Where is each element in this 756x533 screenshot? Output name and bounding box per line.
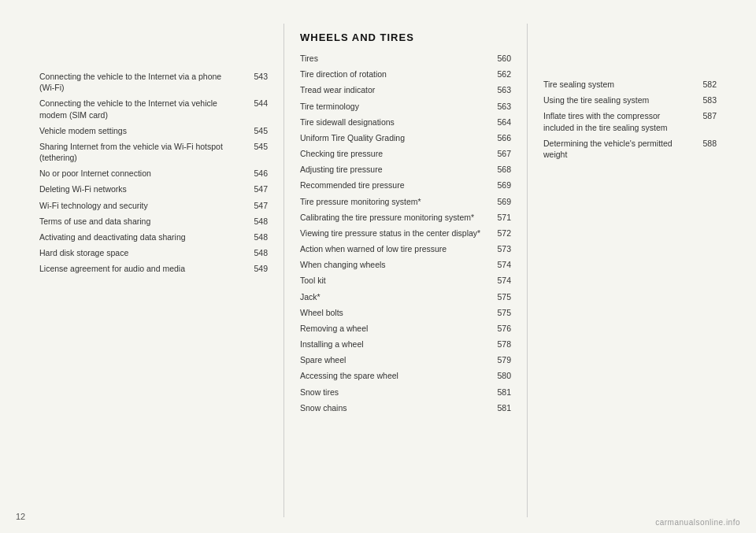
entry-text: Determining the vehicle's permitted weig… (543, 138, 693, 160)
list-item: Connecting the vehicle to the Internet v… (39, 71, 268, 93)
page-num: 563 (487, 101, 511, 112)
entry-text: Action when warned of low tire pressure (300, 243, 487, 254)
entry-text: Inflate tires with the compressor includ… (543, 110, 693, 132)
page-num: 564 (487, 117, 511, 128)
entry-text: Connecting the vehicle to the Internet v… (39, 98, 244, 120)
list-item: Removing a wheel 576 (300, 323, 511, 334)
list-item: Vehicle modem settings 545 (39, 125, 268, 136)
entry-text: Tire sealing system (543, 79, 693, 90)
list-item: Recommended tire pressure 569 (300, 180, 511, 191)
entry-text: Checking tire pressure (300, 148, 487, 159)
list-item: Checking tire pressure 567 (300, 148, 511, 159)
page-num: 582 (693, 79, 717, 90)
page-num: 548 (244, 247, 268, 258)
page-num: 543 (244, 71, 268, 82)
entry-text: Uniform Tire Quality Grading (300, 132, 487, 143)
page-num: 574 (487, 259, 511, 270)
list-item: Viewing tire pressure status in the cent… (300, 228, 511, 239)
list-item: Wi-Fi technology and security 547 (39, 200, 268, 211)
page-num: 547 (244, 200, 268, 211)
list-item: Snow chains 581 (300, 402, 511, 413)
page-num: 563 (487, 84, 511, 95)
page-num: 574 (487, 275, 511, 286)
entry-text: Jack* (300, 291, 487, 302)
entry-text: Wheel bolts (300, 307, 487, 318)
list-item: No or poor Internet connection 546 (39, 168, 268, 179)
entry-text: No or poor Internet connection (39, 168, 244, 179)
page-num: 569 (487, 180, 511, 191)
page-number: 12 (16, 512, 25, 521)
list-item: Hard disk storage space 548 (39, 247, 268, 258)
list-item: Deleting Wi-Fi networks 547 (39, 183, 268, 194)
entry-text: Tread wear indicator (300, 84, 487, 95)
right-toc-list: Tire sealing system 582 Using the tire s… (543, 79, 717, 160)
list-item: Adjusting tire pressure 568 (300, 164, 511, 175)
page-num: 580 (487, 370, 511, 381)
section-title: WHEELS AND TIRES (300, 31, 511, 43)
page-num: 569 (487, 196, 511, 207)
list-item: Inflate tires with the compressor includ… (543, 110, 717, 132)
page-num: 567 (487, 148, 511, 159)
entry-text: Snow tires (300, 387, 487, 398)
entry-text: Calibrating the tire pressure monitoring… (300, 212, 487, 223)
page-num: 568 (487, 164, 511, 175)
entry-text: Tires (300, 53, 487, 64)
entry-text: Activating and deactivating data sharing (39, 231, 244, 242)
left-toc-list: Connecting the vehicle to the Internet v… (39, 71, 268, 274)
list-item: Activating and deactivating data sharing… (39, 231, 268, 242)
entry-text: Snow chains (300, 402, 487, 413)
list-item: License agreement for audio and media 54… (39, 263, 268, 274)
list-item: Snow tires 581 (300, 387, 511, 398)
list-item: Tire direction of rotation 562 (300, 68, 511, 80)
entry-text: Tire pressure monitoring system* (300, 196, 487, 207)
page-num: 547 (244, 183, 268, 194)
entry-text: Viewing tire pressure status in the cent… (300, 228, 487, 239)
page-num: 578 (487, 339, 511, 350)
list-item: Using the tire sealing system 583 (543, 94, 717, 105)
entry-text: Spare wheel (300, 354, 487, 365)
list-item: Connecting the vehicle to the Internet v… (39, 98, 268, 120)
entry-text: When changing wheels (300, 259, 487, 270)
entry-text: Installing a wheel (300, 339, 487, 350)
entry-text: Deleting Wi-Fi networks (39, 183, 244, 194)
page-num: 548 (244, 231, 268, 242)
entry-text: Wi-Fi technology and security (39, 200, 244, 211)
right-column: Tire sealing system 582 Using the tire s… (528, 24, 732, 517)
page-num: 544 (244, 98, 268, 109)
entry-text: Tire terminology (300, 101, 487, 112)
list-item: Determining the vehicle's permitted weig… (543, 138, 717, 160)
content-area: Connecting the vehicle to the Internet v… (0, 0, 756, 533)
list-item: Spare wheel 579 (300, 354, 511, 365)
list-item: Tire pressure monitoring system* 569 (300, 196, 511, 207)
page: Connecting the vehicle to the Internet v… (0, 0, 756, 533)
entry-text: Hard disk storage space (39, 247, 244, 258)
list-item: Tire sidewall designations 564 (300, 117, 511, 128)
entry-text: Tool kit (300, 275, 487, 286)
list-item: Wheel bolts 575 (300, 307, 511, 318)
entry-text: Recommended tire pressure (300, 180, 487, 191)
page-num: 579 (487, 354, 511, 365)
page-num: 571 (487, 212, 511, 223)
list-item: Tire sealing system 582 (543, 79, 717, 90)
entry-text: Adjusting tire pressure (300, 164, 487, 175)
page-num: 549 (244, 263, 268, 274)
page-num: 545 (244, 141, 268, 152)
page-num: 587 (693, 110, 717, 121)
entry-text: Terms of use and data sharing (39, 216, 244, 227)
list-item: Tire terminology 563 (300, 101, 511, 112)
page-num: 560 (487, 53, 511, 64)
entry-text: Tire sidewall designations (300, 117, 487, 128)
entry-text: Removing a wheel (300, 323, 487, 334)
list-item: Tool kit 574 (300, 275, 511, 286)
page-num: 575 (487, 307, 511, 318)
list-item: Tires 560 (300, 53, 511, 64)
entry-text: Accessing the spare wheel (300, 370, 487, 381)
entry-text: Vehicle modem settings (39, 125, 244, 136)
page-num: 581 (487, 402, 511, 413)
list-item: Installing a wheel 578 (300, 339, 511, 350)
list-item: Uniform Tire Quality Grading 566 (300, 132, 511, 143)
entry-text: License agreement for audio and media (39, 263, 244, 274)
watermark: carmanualsonline.info (655, 518, 740, 527)
entry-text: Connecting the vehicle to the Internet v… (39, 71, 244, 93)
page-num: 548 (244, 216, 268, 227)
